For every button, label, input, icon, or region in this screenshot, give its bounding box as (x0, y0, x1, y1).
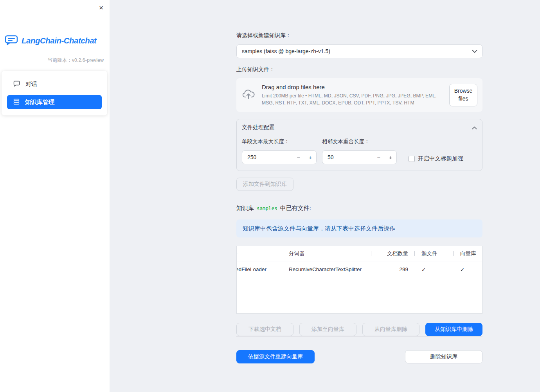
kb-select-label: 请选择或新建知识库： (236, 32, 482, 39)
cell-doc-count[interactable]: 299 (371, 261, 414, 278)
divider (236, 336, 482, 336)
max-length-input[interactable]: 250 − + (242, 150, 317, 164)
chinese-title-checkbox[interactable] (409, 156, 415, 162)
chat-bubble-icon (13, 81, 20, 88)
kb-actions: 依据源文件重建向量库 删除知识库 (236, 350, 482, 363)
file-config-expander-header[interactable]: 文件处理配置 (242, 124, 477, 131)
max-length-decrement-button[interactable]: − (293, 151, 304, 164)
chevron-down-icon (472, 48, 477, 54)
sidebar: × LangChain-Chatchat 当前版本：v0.2.6-preview… (0, 0, 110, 392)
overlap-length-label: 相邻文本重合长度： (322, 138, 397, 145)
sidebar-menu: 对话 知识库管理 (2, 71, 107, 115)
cell-source-file-check[interactable]: ✓ (414, 261, 453, 278)
overlap-length-value[interactable]: 50 (328, 154, 373, 160)
file-config-expander: 文件处理配置 单段文本最大长度： 250 − + 相邻文本重合长度： 50 − … (236, 119, 482, 171)
add-to-vector-store-button[interactable]: 添加至向量库 (299, 323, 356, 336)
sidebar-close-icon[interactable]: × (98, 3, 104, 12)
kb-select-value: samples (faiss @ bge-large-zh-v1.5) (242, 48, 330, 54)
table-header-row: 文档加载器 分词器 文档数量 源文件 向量库 (236, 246, 482, 261)
kb-files-table[interactable]: 文档加载器 分词器 文档数量 源文件 向量库 UnstructuredFileL… (236, 246, 482, 314)
main-content: 请选择或新建知识库： samples (faiss @ bge-large-zh… (236, 0, 482, 363)
cell-loader[interactable]: UnstructuredFileLoader (236, 261, 282, 278)
dropzone-limits: Limit 200MB per file • HTML, MD, JSON, C… (262, 93, 443, 106)
expander-title: 文件处理配置 (242, 124, 275, 131)
logo-chat-icon (5, 34, 18, 47)
chinese-title-checkbox-label[interactable]: 开启中文标题加强 (418, 155, 463, 162)
overlap-increment-button[interactable]: + (385, 151, 396, 164)
file-dropzone[interactable]: Drag and drop files here Limit 200MB per… (236, 78, 482, 112)
sidebar-item-dialogue[interactable]: 对话 (7, 77, 102, 91)
column-header-splitter[interactable]: 分词器 (282, 246, 371, 261)
dropzone-instruction: Drag and drop files here (262, 84, 443, 90)
delete-from-kb-button[interactable]: 从知识库中删除 (425, 323, 482, 336)
column-header-loader[interactable]: 文档加载器 (236, 246, 282, 261)
max-length-label: 单段文本最大长度： (242, 138, 317, 145)
download-selected-button[interactable]: 下载选中文档 (236, 323, 293, 336)
file-actions: 下载选中文档 添加至向量库 从向量库删除 从知识库中删除 (236, 323, 482, 336)
cloud-upload-icon (242, 89, 256, 101)
sidebar-item-knowledge-base[interactable]: 知识库管理 (7, 95, 102, 109)
sidebar-item-label: 对话 (25, 81, 37, 88)
info-banner: 知识库中包含源文件与向量库，请从下表中选择文件后操作 (236, 219, 482, 237)
cell-splitter[interactable]: RecursiveCharacterTextSplitter (282, 261, 371, 278)
version-text: 当前版本：v0.2.6-preview (0, 57, 110, 64)
knowledge-base-icon (13, 99, 20, 106)
chevron-up-icon (472, 124, 477, 131)
column-header-source-file[interactable]: 源文件 (414, 246, 453, 261)
overlap-length-input[interactable]: 50 − + (322, 150, 397, 164)
delete-kb-button[interactable]: 删除知识库 (405, 350, 482, 363)
kb-select[interactable]: samples (faiss @ bge-large-zh-v1.5) (236, 44, 482, 58)
column-header-doc-count[interactable]: 文档数量 (371, 246, 414, 261)
app-logo: LangChain-Chatchat (0, 34, 110, 47)
max-length-increment-button[interactable]: + (304, 151, 316, 164)
upload-label: 上传知识文件： (236, 66, 482, 73)
overlap-decrement-button[interactable]: − (373, 151, 385, 164)
max-length-value[interactable]: 250 (247, 154, 293, 160)
add-files-to-kb-button[interactable]: 添加文件到知识库 (236, 178, 293, 191)
column-header-vector-store[interactable]: 向量库 (453, 246, 482, 261)
divider (236, 191, 482, 191)
sidebar-item-label: 知识库管理 (25, 99, 54, 106)
delete-from-vector-store-button[interactable]: 从向量库删除 (362, 323, 419, 336)
logo-wordmark: LangChain-Chatchat (22, 36, 96, 45)
rebuild-vector-store-button[interactable]: 依据源文件重建向量库 (236, 350, 315, 363)
browse-files-button[interactable]: Browse files (449, 84, 477, 106)
kb-name-code: samples (257, 205, 277, 211)
kb-files-heading: 知识库 samples 中已有文件: (236, 205, 482, 212)
cell-vector-store-check[interactable]: ✓ (453, 261, 482, 278)
table-row[interactable]: UnstructuredFileLoader RecursiveCharacte… (236, 261, 482, 278)
